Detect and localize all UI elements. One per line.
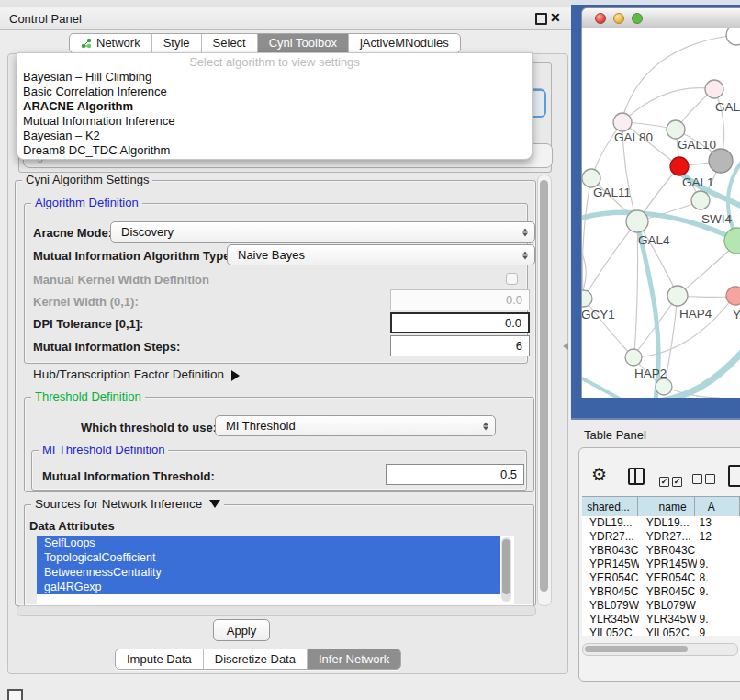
spinner-icon [522,251,528,259]
table-cell: YDL19... [639,516,697,530]
mi-threshold-field[interactable]: 0.5 [386,464,524,485]
which-threshold-combo[interactable]: MI Threshold [215,415,496,436]
node-label: GAL4 [638,233,670,247]
manual-kernel-label: Manual Kernel Width Definition [33,273,209,287]
mi-steps-field[interactable]: 6 [390,335,530,356]
document-icon[interactable] [728,465,740,487]
table-horizontal-scrollbar[interactable] [582,643,738,656]
tab-discretize-data[interactable]: Discretize Data [204,649,308,669]
tab-select[interactable]: Select [202,34,258,52]
network-node[interactable] [726,28,740,45]
hub-definition-expander[interactable]: Hub/Transcription Factor Definition [33,367,245,381]
table-row[interactable]: YBR043CYBR043C [582,544,740,558]
tab-impute-data[interactable]: Impute Data [116,649,204,669]
algorithm-option[interactable]: ARACNE Algorithm [17,99,532,114]
network-node-hap4[interactable] [667,286,688,306]
data-attributes-list[interactable]: SelfLoopsTopologicalCoefficientBetweenne… [37,536,514,604]
settings-scrollbar[interactable] [537,175,552,606]
node-label: HAP2 [634,367,667,380]
close-traffic-light-icon[interactable] [595,13,606,24]
table-cell: YBR045C [582,585,639,599]
network-node-hap2[interactable] [625,349,642,366]
sash-collapse-icon[interactable] [559,343,568,350]
float-window-icon[interactable] [535,13,547,25]
select-all-columns-icon[interactable]: ✓✓ [659,471,685,488]
kernel-width-label: Kernel Width (0,1): [33,295,139,309]
table-column-header[interactable]: shared... [582,497,638,516]
attribute-item[interactable]: TopologicalCoefficient [37,550,500,565]
attribute-item[interactable]: BetweennessCentrality [37,565,500,580]
settings-horizontal-scrollbar[interactable] [17,605,536,616]
collapse-down-icon [209,500,220,514]
network-node-gcy1[interactable] [582,290,592,307]
network-canvas[interactable]: GAL7GAL80GAL10GAL1GAL11SWI4GAL4GCY1HAP4Y… [581,28,740,398]
network-node-gal80[interactable] [613,113,632,131]
attribute-item[interactable]: SelfLoops [37,536,500,550]
manual-kernel-checkbox[interactable] [506,273,518,285]
table-row[interactable]: YBR045CYBR045C9. [582,585,740,599]
tab-cyni-toolbox[interactable]: Cyni Toolbox [258,34,349,52]
table-row[interactable]: YLR345WYLR345W9. [582,613,740,627]
mi-type-combo[interactable]: Naive Bayes [227,244,535,265]
algorithm-option[interactable]: Bayesian – Hill Climbing [17,70,532,85]
mi-type-value: Naive Bayes [238,248,305,262]
zoom-traffic-light-icon[interactable] [632,13,643,24]
minimize-traffic-light-icon[interactable] [613,13,624,24]
spinner-icon [483,422,488,430]
gear-icon[interactable]: ⚙ [591,464,607,485]
algorithm-definition-title: Algorithm Definition [31,196,142,209]
threshold-definition-title: Threshold Definition [31,390,145,403]
table-column-header[interactable]: name [638,497,695,516]
kernel-width-field[interactable]: 0.0 [390,289,530,310]
network-node-y[interactable] [726,287,740,305]
table-cell: YDL19... [582,516,639,530]
tab-network[interactable]: Network [70,34,152,52]
network-node-gal7[interactable] [705,80,723,98]
network-node-gal11[interactable] [582,169,600,187]
table-cell: YBR043C [639,544,697,558]
aracne-mode-combo[interactable]: Discovery [110,221,535,243]
dpi-tolerance-field[interactable]: 0.0 [390,312,530,333]
table-column-header[interactable]: A [695,497,740,516]
node-label: GCY1 [582,308,615,322]
network-node[interactable] [709,149,733,173]
attribute-item[interactable]: gal4RGexp [37,580,500,594]
algorithm-option[interactable]: Mutual Information Inference [17,114,532,129]
attributes-scrollbar[interactable] [501,537,511,602]
table-row[interactable]: YDL19...YDL19...13 [582,516,740,530]
column-layout-icon[interactable] [628,468,645,485]
node-label: Y [733,308,740,322]
minimized-panel-icon[interactable] [7,689,23,700]
sources-group-title[interactable]: Sources for Network Inference [31,497,224,514]
table-row[interactable]: YBL079WYBL079W [582,599,740,613]
tab-jactivemnodules[interactable]: jActiveMNodules [349,34,460,52]
algorithm-option[interactable]: Basic Correlation Inference [17,85,532,99]
algorithm-popup-items: Bayesian – Hill ClimbingBasic Correlatio… [17,70,532,158]
node-label: GAL10 [678,138,716,152]
network-node-swi4[interactable] [691,191,710,209]
close-icon[interactable]: ✕ [550,10,561,25]
algorithm-option[interactable]: Bayesian – K2 [17,129,532,143]
table-row[interactable]: YPR145WYPR145W9. [582,558,740,571]
table-row[interactable]: YER054CYER054C8. [582,571,740,585]
table-row[interactable]: YIL052CYIL052C9 [582,627,740,636]
table-cell: YLR345W [639,613,697,627]
mi-steps-label: Mutual Information Steps: [33,340,180,354]
mi-type-label: Mutual Information Algorithm Type: [33,249,234,263]
algorithm-option[interactable]: Dream8 DC_TDC Algorithm [17,143,532,158]
tab-style[interactable]: Style [152,34,202,52]
table-row[interactable]: YDR27...YDR27...12 [582,530,740,544]
apply-button[interactable]: Apply [213,619,270,641]
network-node[interactable] [724,228,740,254]
network-node-gal1[interactable] [670,157,689,175]
network-node-gal4[interactable] [626,210,648,232]
tab-infer-network[interactable]: Infer Network [308,649,400,669]
network-node-gal10[interactable] [667,120,685,139]
control-panel-tabs: NetworkStyleSelectCyni ToolboxjActiveMNo… [69,33,461,53]
network-node[interactable] [656,378,672,395]
network-window-titlebar[interactable] [581,7,740,28]
table-cell: YER054C [582,571,639,585]
aracne-mode-value: Discovery [121,225,174,239]
dpi-tolerance-label: DPI Tolerance [0,1]: [33,317,143,331]
deselect-all-columns-icon[interactable] [692,471,718,488]
